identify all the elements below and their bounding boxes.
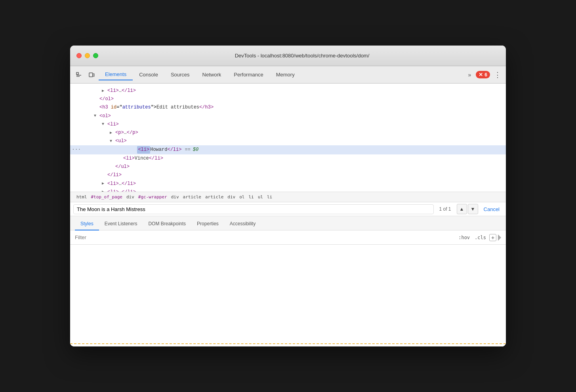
add-style-button[interactable]: + — [489, 234, 496, 241]
title-bar: DevTools - localhost:8080/web/tools/chro… — [70, 46, 506, 66]
error-count: 6 — [484, 72, 487, 78]
bottom-panel-tabs: Styles Event Listeners DOM Breakpoints P… — [70, 216, 506, 230]
filter-input[interactable] — [75, 234, 457, 240]
tab-console[interactable]: Console — [133, 69, 164, 80]
tab-memory[interactable]: Memory — [270, 69, 301, 80]
tab-network[interactable]: Network — [196, 69, 228, 80]
cls-button[interactable]: .cls — [473, 234, 488, 241]
styles-preview — [70, 245, 506, 346]
dollar-zero: $0 — [193, 146, 198, 154]
breadcrumb-div-2[interactable]: div — [170, 194, 181, 200]
close-button[interactable] — [76, 53, 82, 58]
devtools-menu-button[interactable]: ⋮ — [492, 69, 503, 81]
collapse-triangle-ul[interactable]: ▼ — [110, 138, 115, 145]
tab-properties[interactable]: Properties — [191, 218, 224, 230]
maximize-button[interactable] — [93, 53, 98, 58]
svg-rect-4 — [93, 74, 94, 76]
tab-dom-breakpoints[interactable]: DOM Breakpoints — [143, 218, 191, 230]
more-tabs-button[interactable]: » — [466, 70, 474, 80]
collapse-triangle-li[interactable]: ▼ — [102, 121, 107, 127]
tab-sources[interactable]: Sources — [164, 69, 196, 80]
filter-actions: :hov .cls + — [457, 234, 501, 241]
tab-styles[interactable]: Styles — [75, 218, 99, 230]
tab-bar: Elements Console Sources Network Perform… — [99, 69, 464, 80]
tab-accessibility[interactable]: Accessibility — [224, 218, 261, 230]
dom-line-li-open[interactable]: ▼ <li> — [70, 120, 506, 129]
dom-tree[interactable]: ▶ <li>…</li> ▶ </ol> ▶ <h3 id="attribute… — [70, 84, 506, 192]
breadcrumb-div-3[interactable]: div — [226, 194, 237, 200]
expand-triangle-p[interactable]: ▶ — [110, 130, 115, 136]
dom-line-li-howard[interactable]: ··· ▶ <li>Howard</li> == $0 — [70, 145, 506, 154]
dashed-border-indicator — [70, 343, 506, 346]
dom-line-ol-open[interactable]: ▼ <ol> — [70, 112, 506, 120]
tab-elements[interactable]: Elements — [99, 69, 133, 80]
breadcrumb-article-2[interactable]: article — [204, 194, 225, 200]
error-icon: ✕ — [479, 72, 483, 78]
window-title: DevTools - localhost:8080/web/tools/chro… — [105, 53, 500, 59]
dom-line-li-collapsed-3[interactable]: ▶ <li>…</li> — [70, 188, 506, 192]
breadcrumb-html[interactable]: html — [75, 194, 89, 200]
svg-rect-0 — [76, 72, 78, 74]
devtools-window: DevTools - localhost:8080/web/tools/chro… — [70, 46, 506, 346]
breadcrumb-top-of-page[interactable]: #top_of_page — [90, 194, 124, 200]
hov-button[interactable]: :hov — [457, 234, 471, 241]
tab-event-listeners[interactable]: Event Listeners — [99, 218, 143, 230]
toolbar-right: » ✕ 6 ⋮ — [466, 69, 503, 81]
ellipsis-button[interactable]: ··· — [70, 146, 82, 154]
dom-line-ul-open[interactable]: ▼ <ul> — [70, 137, 506, 145]
search-count: 1 of 1 — [436, 206, 454, 212]
breadcrumb-ul[interactable]: ul — [256, 194, 265, 200]
dom-line-li-collapsed-1[interactable]: ▶ <li>…</li> — [70, 87, 506, 95]
breadcrumb-bar: html #top_of_page div #gc-wrapper div ar… — [70, 192, 506, 202]
breadcrumb-li-2[interactable]: li — [265, 194, 274, 200]
dom-line-li-vince[interactable]: ▶ <li>Vince</li> — [70, 154, 506, 163]
search-nav: ▲ ▼ — [457, 204, 478, 214]
minimize-button[interactable] — [85, 53, 90, 58]
breadcrumb-gc-wrapper[interactable]: #gc-wrapper — [137, 194, 169, 200]
collapse-triangle[interactable]: ▼ — [94, 113, 99, 119]
resize-triangle-icon — [498, 234, 501, 241]
traffic-lights — [76, 53, 98, 58]
main-content: ▶ <li>…</li> ▶ </ol> ▶ <h3 id="attribute… — [70, 84, 506, 346]
filter-bar: :hov .cls + — [70, 230, 506, 245]
expand-triangle-2[interactable]: ▶ — [102, 181, 107, 187]
dom-line-p-collapsed[interactable]: ▶ <p>…</p> — [70, 129, 506, 137]
dom-line-li-collapsed-2[interactable]: ▶ <li>…</li> — [70, 180, 506, 188]
device-icon[interactable] — [86, 69, 97, 80]
search-bar: 1 of 1 ▲ ▼ Cancel — [70, 202, 506, 216]
dom-line-close-ol-1: ▶ </ol> — [70, 95, 506, 103]
search-prev-button[interactable]: ▲ — [457, 204, 467, 214]
equals-sign: == — [185, 146, 190, 154]
breadcrumb-li-1[interactable]: li — [247, 194, 255, 200]
breadcrumb-ol[interactable]: ol — [238, 194, 246, 200]
expand-triangle[interactable]: ▶ — [102, 88, 107, 94]
search-cancel-button[interactable]: Cancel — [481, 205, 503, 214]
breadcrumb-article-1[interactable]: article — [181, 194, 203, 200]
dom-line-h3-attributes[interactable]: ▶ <h3 id="attributes">Edit attributes</h… — [70, 103, 506, 112]
error-badge[interactable]: ✕ 6 — [476, 71, 490, 78]
dom-line-close-li: ▶ </li> — [70, 171, 506, 179]
breadcrumb-div-1[interactable]: div — [125, 194, 136, 200]
toolbar: Elements Console Sources Network Perform… — [70, 66, 506, 84]
search-next-button[interactable]: ▼ — [468, 204, 478, 214]
dom-line-close-ul: ▶ </ul> — [70, 163, 506, 171]
li-open-tag: <li> — [137, 146, 150, 154]
resize-handle[interactable] — [498, 234, 501, 241]
svg-rect-3 — [89, 73, 93, 77]
inspector-icon[interactable] — [73, 69, 84, 80]
tab-performance[interactable]: Performance — [227, 69, 269, 80]
search-input[interactable] — [73, 204, 434, 214]
